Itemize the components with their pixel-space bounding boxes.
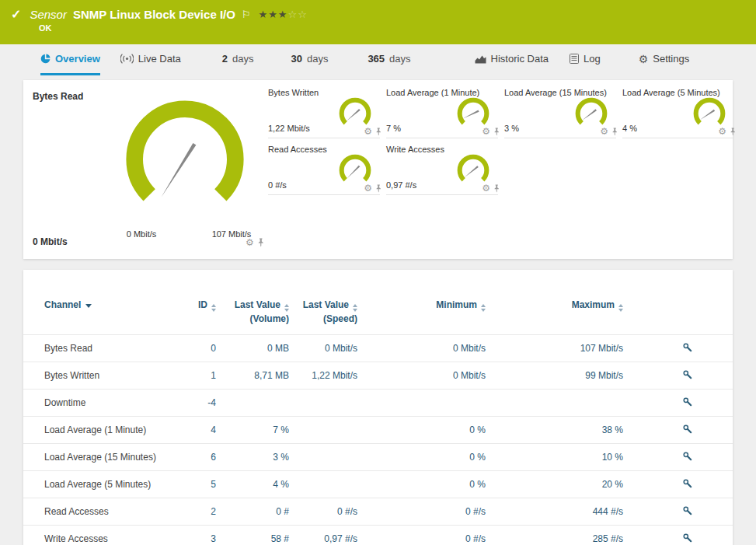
tab-2-days-number: 2 [222,53,228,65]
channel-edit-cell[interactable] [626,417,733,444]
priority-stars[interactable]: ★★★☆☆ [259,9,308,20]
channel-last-speed [292,417,361,444]
channel-id: 4 [188,417,219,444]
pin-icon[interactable] [730,128,736,136]
tab-overview-label: Overview [55,53,100,65]
channel-edit-cell[interactable] [626,362,733,390]
tab-overview[interactable]: Overview [40,44,100,75]
channel-edit-cell[interactable] [626,526,733,545]
channel-maximum [489,390,626,417]
gear-icon[interactable]: ⚙ [600,127,608,136]
channel-last-volume: 58 # [219,526,292,545]
gear-icon[interactable]: ⚙ [482,183,490,193]
channel-minimum: 0 % [361,417,489,444]
gear-icon[interactable]: ⚙ [246,238,254,247]
table-row[interactable]: Bytes Read 0 0 MB 0 Mbit/s 0 Mbit/s 107 … [23,335,733,362]
divider [504,138,616,138]
table-row[interactable]: Load Average (15 Minutes) 6 3 % 0 % 10 % [23,444,733,471]
channel-settings-icon[interactable] [682,451,692,461]
tab-30-days[interactable]: 30 days [291,44,328,75]
channel-last-speed [292,471,361,498]
gauge-write-accesses: Write Accesses 0,97 #/s ⚙ [386,143,503,197]
gauge-read-accesses: Read Accesses 0 #/s ⚙ [268,143,385,197]
channel-edit-cell[interactable] [626,335,733,362]
channel-settings-icon[interactable] [682,369,692,379]
tab-historic-data[interactable]: Historic Data [475,44,549,75]
pin-icon[interactable] [257,238,264,247]
divider [386,194,498,195]
object-kind-label: Sensor [30,8,67,21]
channel-name: Load Average (15 Minutes) [23,444,188,471]
pin-icon[interactable] [375,128,381,136]
channel-edit-cell[interactable] [626,498,733,526]
channels-panel: Channel ID Last Value (Volume) Last Valu… [23,270,733,545]
col-minimum[interactable]: Minimum [361,270,489,335]
divider [268,194,380,195]
table-row[interactable]: Write Accesses 3 58 # 0,97 #/s 0 #/s 285… [23,526,733,545]
table-row[interactable]: Downtime -4 [23,390,733,417]
tab-settings-label: Settings [653,53,689,65]
area-chart-icon [475,54,486,64]
channel-last-volume: 4 % [219,471,292,498]
col-channel[interactable]: Channel [23,270,188,335]
channel-settings-icon[interactable] [682,478,692,488]
gear-icon[interactable]: ⚙ [364,183,372,193]
gear-icon[interactable]: ⚙ [482,127,490,136]
table-row[interactable]: Load Average (5 Minutes) 5 4 % 0 % 20 % [23,471,733,498]
gear-icon[interactable]: ⚙ [718,127,726,136]
tab-365-days[interactable]: 365 days [368,44,410,75]
tab-2-days[interactable]: 2 days [222,44,254,75]
primary-gauge-dial [115,89,255,229]
stars-empty[interactable]: ☆☆ [288,9,308,20]
gear-icon[interactable]: ⚙ [364,127,372,136]
channel-edit-cell[interactable] [626,471,733,498]
channel-settings-icon[interactable] [682,397,692,407]
gauge-value: 7 % [386,124,401,133]
table-row[interactable]: Bytes Written 1 8,71 MB 1,22 Mbit/s 0 Mb… [23,362,733,390]
table-row[interactable]: Load Average (1 Minute) 4 7 % 0 % 38 % [23,417,733,444]
channel-maximum: 99 Mbit/s [489,362,626,390]
divider [386,138,498,138]
channel-settings-icon[interactable] [682,424,692,434]
channel-edit-cell[interactable] [626,390,733,417]
tab-live-data[interactable]: Live Data [120,44,181,75]
channel-settings-icon[interactable] [682,342,692,352]
channel-last-volume: 0 # [219,498,292,526]
channel-table-body: Bytes Read 0 0 MB 0 Mbit/s 0 Mbit/s 107 … [23,335,733,545]
sensor-title: SNMP Linux Block Device I/O [73,8,235,21]
channel-last-speed: 0,97 #/s [292,526,361,545]
sorter-icon [353,304,357,312]
channel-name: Read Accesses [23,498,188,526]
channel-id: 3 [188,526,219,545]
priority-flag-icon[interactable]: ⚐ [242,9,251,20]
primary-gauge-label: Bytes Read [33,91,83,102]
col-last-value-speed[interactable]: Last Value (Speed) [292,270,361,335]
channel-last-volume: 0 MB [219,335,292,362]
channel-id: -4 [188,390,219,417]
table-row[interactable]: Read Accesses 2 0 # 0 #/s 0 #/s 444 #/s [23,498,733,526]
tab-settings[interactable]: ⚙ Settings [639,44,690,75]
channel-edit-cell[interactable] [626,444,733,471]
pin-icon[interactable] [493,184,500,193]
pin-icon[interactable] [493,128,500,136]
channel-last-speed [292,390,361,417]
sorter-icon [284,304,289,312]
col-id[interactable]: ID [188,270,219,335]
divider [622,138,734,138]
channel-minimum: 0 Mbit/s [361,335,489,362]
channel-settings-icon[interactable] [682,505,692,515]
gauge-value: 4 % [622,124,637,133]
channel-settings-icon[interactable] [682,533,692,543]
stars-filled[interactable]: ★★★ [259,9,288,20]
pin-icon[interactable] [375,184,381,193]
col-last-value-volume[interactable]: Last Value (Volume) [219,270,292,335]
col-maximum[interactable]: Maximum [489,270,626,335]
channel-last-speed: 0 #/s [292,498,361,526]
gauge-label: Read Accesses [268,145,327,154]
channel-minimum: 0 % [361,444,489,471]
pin-icon[interactable] [611,128,618,136]
col-actions [626,270,733,335]
channel-name: Bytes Written [23,362,188,390]
tab-log[interactable]: Log [570,44,601,75]
channel-minimum: 0 #/s [361,526,489,545]
